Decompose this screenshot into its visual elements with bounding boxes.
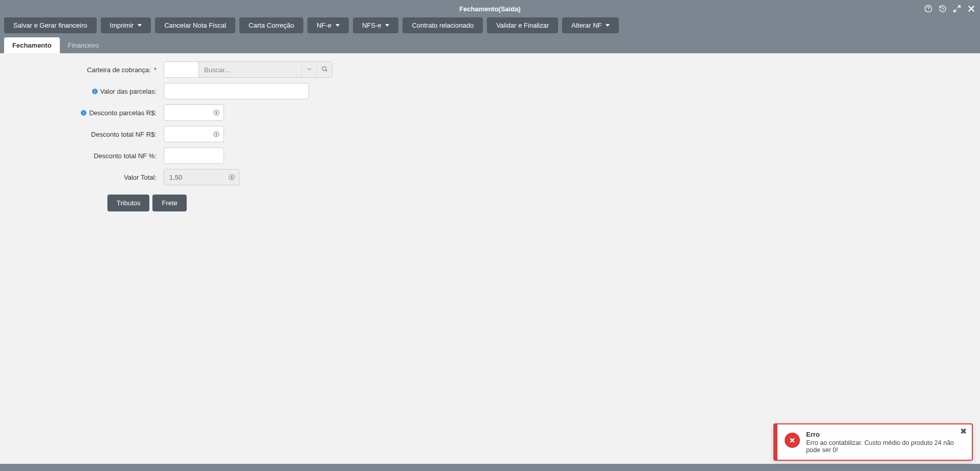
tab-content: Carteira de cobrança:* [0, 53, 980, 464]
toast-message: Erro ao contabilizar. Custo médio do pro… [806, 439, 955, 454]
expand-icon[interactable] [952, 4, 962, 13]
toast-title: Erro [806, 431, 955, 438]
carteira-search-button[interactable] [317, 62, 332, 77]
valor-total-input [164, 169, 239, 185]
valor-total-label: Valor Total: [10, 174, 164, 181]
desconto-total-nf-rs-label: Desconto total NF R$: [10, 131, 164, 138]
caret-down-icon [138, 24, 142, 27]
error-toast: Erro Erro ao contabilizar. Custo médio d… [773, 423, 973, 461]
required-star: * [154, 66, 157, 74]
frete-button[interactable]: Frete [152, 195, 186, 211]
cancelar-nf-button[interactable]: Cancelar Nota Fiscal [155, 17, 235, 33]
svg-rect-9 [95, 91, 95, 93]
tab-financeiro[interactable]: Financeiro [60, 37, 107, 53]
alterar-nf-button[interactable]: Alterar NF [562, 17, 619, 33]
nfe-button[interactable]: NF-e [307, 17, 349, 33]
desconto-total-nf-rs-input[interactable] [164, 126, 224, 142]
contrato-relacionado-button[interactable]: Contrato relacionado [403, 17, 483, 33]
window-footer [0, 464, 980, 471]
toolbar: Salvar e Gerar financeiro Imprimir Cance… [0, 17, 980, 37]
tabbar: Fechamento Financeiro [0, 37, 980, 53]
history-icon[interactable] [938, 4, 947, 13]
svg-point-6 [322, 67, 326, 71]
salvar-gerar-button[interactable]: Salvar e Gerar financeiro [4, 17, 97, 33]
tributos-button[interactable]: Tributos [107, 195, 149, 211]
nfse-button[interactable]: NFS-e [353, 17, 399, 33]
desconto-total-nf-pct-input[interactable] [164, 147, 224, 164]
imprimir-button[interactable]: Imprimir [101, 17, 151, 33]
svg-point-13 [83, 111, 84, 112]
carteira-label: Carteira de cobrança:* [10, 66, 164, 74]
window-titlebar: Fechamento(Saida) [0, 0, 980, 17]
desconto-parcelas-input[interactable] [164, 104, 224, 121]
desconto-parcelas-label: Desconto parcelas R$: [10, 109, 164, 117]
tab-fechamento[interactable]: Fechamento [4, 37, 60, 53]
svg-point-10 [95, 90, 95, 90]
desconto-total-nf-pct-label: Desconto total NF %: [10, 152, 164, 160]
help-icon[interactable] [924, 4, 933, 13]
close-icon: ✖ [960, 427, 967, 436]
info-icon [80, 110, 87, 116]
search-icon [321, 66, 328, 74]
svg-rect-12 [83, 112, 84, 114]
info-icon [92, 88, 98, 95]
caret-down-icon [385, 24, 389, 27]
window-title: Fechamento(Saida) [459, 5, 521, 13]
toast-close-button[interactable]: ✖ [960, 427, 967, 436]
carta-correcao-button[interactable]: Carta Correção [239, 17, 303, 33]
valor-parcelas-label: Valor das parcelas: [10, 88, 164, 95]
close-icon[interactable] [967, 4, 976, 13]
validar-finalizar-button[interactable]: Validar e Finalizar [487, 17, 558, 33]
svg-point-1 [928, 10, 929, 11]
valor-parcelas-input[interactable] [164, 83, 309, 99]
carteira-dropdown-button[interactable] [301, 62, 317, 77]
svg-line-7 [326, 70, 327, 71]
carteira-code-input[interactable] [164, 62, 199, 77]
chevron-down-icon [306, 66, 313, 74]
caret-down-icon [606, 24, 610, 27]
error-circle-icon [785, 433, 800, 448]
carteira-combo [164, 61, 332, 78]
caret-down-icon [336, 24, 340, 27]
carteira-search-input[interactable] [199, 62, 301, 77]
